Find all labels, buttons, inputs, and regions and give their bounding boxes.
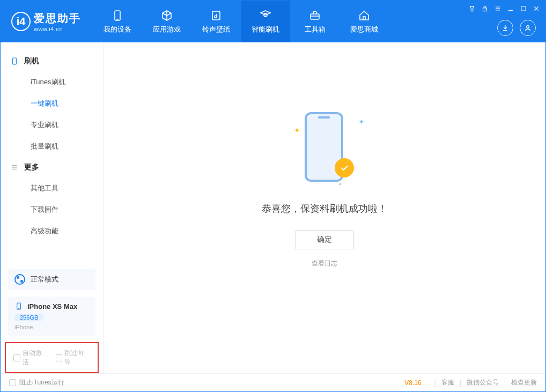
sidebar: 刷机 iTunes刷机 一键刷机 专业刷机 批量刷机 更多 其他工具 下载固件 … xyxy=(1,42,104,373)
main-content: ✦ ✦ ✦ 恭喜您，保资料刷机成功啦！ 确定 查看日志 xyxy=(104,42,545,373)
tab-smart-flash[interactable]: 智能刷机 xyxy=(241,1,290,42)
toolbox-icon xyxy=(308,9,322,23)
device-name: iPhone XS Max xyxy=(27,302,77,310)
user-button[interactable] xyxy=(520,20,536,36)
header-tabs: 我的设备 应用游戏 铃声壁纸 智能刷机 工具箱 爱思商城 xyxy=(93,1,389,42)
footer-links: V8.16 | 客服 | 微信公众号 | 检查更新 xyxy=(404,378,537,387)
svg-rect-2 xyxy=(212,11,220,20)
checkbox-icon xyxy=(9,379,16,386)
spark-icon: ✦ xyxy=(294,126,300,135)
tab-label: 工具箱 xyxy=(305,25,326,34)
sidebar-item-oneclick-flash[interactable]: 一键刷机 xyxy=(1,93,103,114)
device-icon xyxy=(110,9,124,23)
cube-icon xyxy=(160,9,174,23)
mode-icon xyxy=(14,274,25,285)
sidebar-section-flash: 刷机 xyxy=(1,51,103,71)
mode-box[interactable]: 正常模式 xyxy=(8,269,95,290)
sidebar-item-download-firmware[interactable]: 下载固件 xyxy=(1,199,103,220)
logo: i4 爱思助手 www.i4.cn xyxy=(1,1,93,42)
header: i4 爱思助手 www.i4.cn 我的设备 应用游戏 铃声壁纸 智能刷机 xyxy=(1,1,545,42)
svg-rect-5 xyxy=(363,17,365,20)
checkbox-skip-guide[interactable]: 跳过向导 xyxy=(56,349,91,367)
checkbox-auto-activate[interactable]: 自动激活 xyxy=(13,349,48,367)
tab-label: 应用游戏 xyxy=(153,25,181,34)
version-label: V8.16 xyxy=(404,379,421,387)
sidebar-section-title: 刷机 xyxy=(24,56,39,66)
svg-rect-15 xyxy=(13,58,17,64)
phone-icon xyxy=(10,57,19,65)
ok-button[interactable]: 确定 xyxy=(295,230,354,249)
tab-my-device[interactable]: 我的设备 xyxy=(93,1,142,42)
lock-icon[interactable] xyxy=(481,5,489,14)
checkbox-label: 自动激活 xyxy=(23,349,48,367)
window-controls xyxy=(468,5,540,14)
check-badge-icon xyxy=(335,158,354,177)
bottom-check-row: 自动激活 跳过向导 xyxy=(5,342,99,373)
logo-text: 爱思助手 www.i4.cn xyxy=(34,11,81,32)
device-storage: 256GB xyxy=(14,314,43,321)
checkbox-label: 跳过向导 xyxy=(64,349,90,367)
app-window: i4 爱思助手 www.i4.cn 我的设备 应用游戏 铃声壁纸 智能刷机 xyxy=(0,0,546,392)
svg-point-14 xyxy=(527,26,529,28)
mode-label: 正常模式 xyxy=(31,275,58,284)
list-icon xyxy=(10,163,19,172)
tab-label: 我的设备 xyxy=(104,25,131,34)
view-log-link[interactable]: 查看日志 xyxy=(312,259,337,268)
sidebar-section-title: 更多 xyxy=(24,162,39,172)
tab-label: 铃声壁纸 xyxy=(202,25,230,34)
header-right-circles xyxy=(497,20,536,36)
sidebar-item-advanced[interactable]: 高级功能 xyxy=(1,220,103,242)
sidebar-item-batch-flash[interactable]: 批量刷机 xyxy=(1,136,103,157)
shirt-icon[interactable] xyxy=(468,5,476,14)
device-type: iPhone xyxy=(14,324,89,330)
sidebar-item-pro-flash[interactable]: 专业刷机 xyxy=(1,114,103,136)
device-box[interactable]: iPhone XS Max 256GB iPhone xyxy=(8,297,95,336)
close-icon[interactable] xyxy=(533,5,540,14)
footer-link-update[interactable]: 检查更新 xyxy=(511,378,537,387)
home-icon xyxy=(357,9,371,23)
checkbox-label: 阻止iTunes运行 xyxy=(19,378,64,387)
download-button[interactable] xyxy=(497,20,513,36)
body: 刷机 iTunes刷机 一键刷机 专业刷机 批量刷机 更多 其他工具 下载固件 … xyxy=(1,42,545,373)
app-name: 爱思助手 xyxy=(34,11,81,26)
checkbox-icon xyxy=(56,354,63,361)
sidebar-section-more: 更多 xyxy=(1,157,103,177)
footer-link-support[interactable]: 客服 xyxy=(441,378,454,387)
minimize-icon[interactable] xyxy=(507,5,514,14)
tab-label: 爱思商城 xyxy=(350,25,378,34)
success-text: 恭喜您，保资料刷机成功啦！ xyxy=(262,202,387,215)
checkbox-icon xyxy=(13,354,20,361)
footer: 阻止iTunes运行 V8.16 | 客服 | 微信公众号 | 检查更新 xyxy=(1,373,545,391)
sidebar-item-other-tools[interactable]: 其他工具 xyxy=(1,177,103,199)
tab-label: 智能刷机 xyxy=(252,25,279,34)
app-url: www.i4.cn xyxy=(34,26,81,32)
maximize-icon[interactable] xyxy=(520,5,527,14)
tab-apps-games[interactable]: 应用游戏 xyxy=(142,1,191,42)
sidebar-item-itunes-flash[interactable]: iTunes刷机 xyxy=(1,71,103,93)
refresh-icon xyxy=(259,9,272,23)
tab-toolbox[interactable]: 工具箱 xyxy=(290,1,340,42)
tab-store[interactable]: 爱思商城 xyxy=(340,1,389,42)
logo-icon: i4 xyxy=(11,12,31,31)
success-illustration: ✦ ✦ ✦ xyxy=(284,107,365,187)
music-icon xyxy=(209,9,223,23)
spark-icon: ✦ xyxy=(358,117,365,126)
footer-link-wechat[interactable]: 微信公众号 xyxy=(467,378,499,387)
spark-icon: ✦ xyxy=(338,181,342,187)
svg-rect-11 xyxy=(521,6,526,11)
menu-icon[interactable] xyxy=(494,5,501,14)
svg-rect-4 xyxy=(311,14,319,19)
checkbox-block-itunes[interactable]: 阻止iTunes运行 xyxy=(9,378,64,387)
device-icon xyxy=(14,302,23,310)
tab-ringtone-wallpaper[interactable]: 铃声壁纸 xyxy=(191,1,241,42)
svg-rect-6 xyxy=(483,8,487,11)
